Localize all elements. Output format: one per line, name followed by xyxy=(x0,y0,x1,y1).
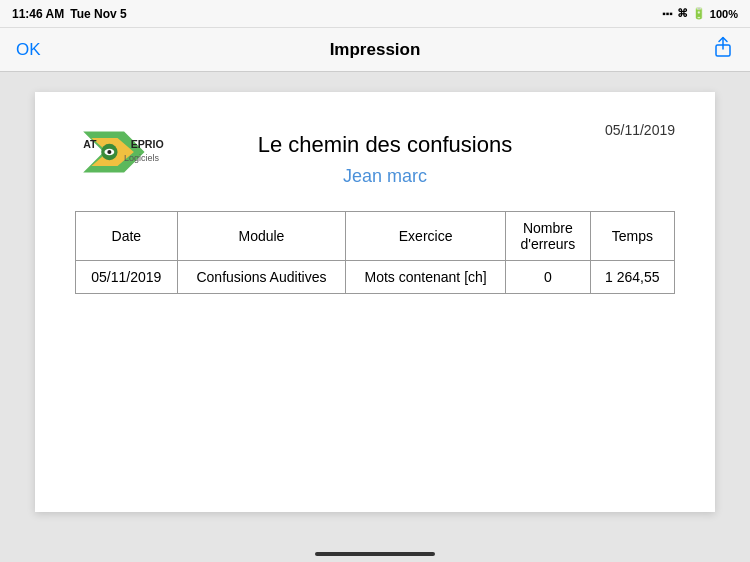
table-header-row: Date Module Exercice Nombred'erreurs Tem… xyxy=(76,212,675,261)
svg-point-6 xyxy=(107,150,111,154)
cell-module: Confusions Auditives xyxy=(177,261,346,294)
svg-text:EPRIO: EPRIO xyxy=(131,138,164,150)
signal-icon: ▪▪▪ xyxy=(662,8,673,19)
home-indicator xyxy=(315,552,435,556)
col-header-exercice: Exercice xyxy=(346,212,506,261)
battery-icon: 🔋 xyxy=(692,7,706,20)
status-left: 11:46 AM Tue Nov 5 xyxy=(12,7,127,21)
svg-text:AT: AT xyxy=(83,138,97,150)
status-bar: 11:46 AM Tue Nov 5 ▪▪▪ ⌘ 🔋 100% xyxy=(0,0,750,28)
logo-area: EPRIO Logiciels AT xyxy=(75,122,165,182)
cell-exercice: Mots contenant [ch] xyxy=(346,261,506,294)
col-header-date: Date xyxy=(76,212,178,261)
company-logo: EPRIO Logiciels AT xyxy=(75,122,165,182)
wifi-icon: ⌘ xyxy=(677,7,688,20)
cell-erreurs: 0 xyxy=(506,261,591,294)
status-time: 11:46 AM xyxy=(12,7,64,21)
share-button[interactable] xyxy=(712,36,734,63)
doc-username: Jean marc xyxy=(343,166,427,187)
nav-bar: OK Impression xyxy=(0,28,750,72)
cell-temps: 1 264,55 xyxy=(590,261,674,294)
table-row: 05/11/2019 Confusions Auditives Mots con… xyxy=(76,261,675,294)
table-body: 05/11/2019 Confusions Auditives Mots con… xyxy=(76,261,675,294)
nav-title: Impression xyxy=(330,40,421,60)
content-area: EPRIO Logiciels AT Le chemin des confusi… xyxy=(0,72,750,562)
doc-date: 05/11/2019 xyxy=(605,122,675,138)
col-header-temps: Temps xyxy=(590,212,674,261)
col-header-erreurs: Nombred'erreurs xyxy=(506,212,591,261)
status-day: Tue Nov 5 xyxy=(70,7,126,21)
battery-percent: 100% xyxy=(710,8,738,20)
data-table: Date Module Exercice Nombred'erreurs Tem… xyxy=(75,211,675,294)
doc-header: EPRIO Logiciels AT Le chemin des confusi… xyxy=(75,122,675,187)
svg-text:Logiciels: Logiciels xyxy=(124,153,160,163)
ok-button[interactable]: OK xyxy=(16,40,41,60)
col-header-module: Module xyxy=(177,212,346,261)
table-head: Date Module Exercice Nombred'erreurs Tem… xyxy=(76,212,675,261)
cell-date: 05/11/2019 xyxy=(76,261,178,294)
doc-title-area: Le chemin des confusions Jean marc xyxy=(165,122,605,187)
document: EPRIO Logiciels AT Le chemin des confusi… xyxy=(35,92,715,512)
status-right: ▪▪▪ ⌘ 🔋 100% xyxy=(662,7,738,20)
doc-main-title: Le chemin des confusions xyxy=(258,132,512,158)
